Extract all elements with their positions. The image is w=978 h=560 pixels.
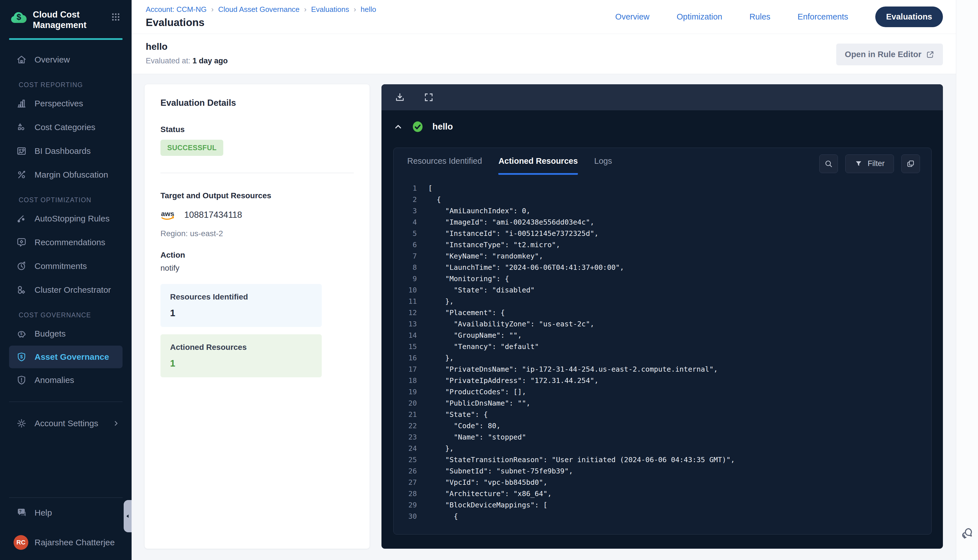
nav-link-evaluations[interactable]: Evaluations	[875, 7, 943, 27]
cloud-account-row: aws 108817434118	[160, 209, 354, 221]
line-content: "PrivateDnsName": "ip-172-31-44-254.us-e…	[428, 364, 718, 375]
sidebar-section-label: COST OPTIMIZATION	[0, 187, 132, 207]
code-line: 21 "State": {	[396, 409, 931, 420]
evaluation-name: hello	[146, 41, 228, 52]
page-header: Account: CCM-NG›Cloud Asset Governance›E…	[132, 0, 956, 34]
content-area: Evaluation Details Status SUCCESSFUL Tar…	[132, 74, 956, 560]
sidebar-item-bi-dashboards[interactable]: BI Dashboards	[0, 139, 132, 163]
viewer-toolbar	[381, 84, 943, 110]
line-number: 21	[396, 409, 417, 420]
sidebar-item-asset-governance[interactable]: $Asset Governance	[9, 346, 122, 368]
line-number: 6	[396, 239, 417, 251]
app-grid-icon[interactable]	[110, 11, 122, 23]
sidebar-item-label: Account Settings	[35, 418, 98, 428]
code-line: 17 "PrivateDnsName": "ip-172-31-44-254.u…	[396, 364, 931, 375]
line-content: "GroupName": "",	[428, 330, 522, 341]
tab-resources-identified[interactable]: Resources Identified	[407, 157, 482, 175]
sidebar-item-commitments[interactable]: Commitments	[0, 254, 132, 278]
help-button[interactable]: ? Help	[0, 500, 132, 519]
code-line: 23 "Name": "stopped"	[396, 432, 931, 443]
sidebar-item-anomalies[interactable]: Anomalies	[0, 368, 132, 392]
breadcrumb-link[interactable]: Account: CCM-NG	[146, 5, 207, 14]
nav-link-optimization[interactable]: Optimization	[677, 12, 722, 22]
sidebar-item-recommendations[interactable]: Recommendations	[0, 230, 132, 254]
download-icon[interactable]	[394, 92, 405, 103]
code-line: 30 {	[396, 511, 931, 522]
sidebar-item-margin-obfuscation[interactable]: Margin Obfuscation	[0, 163, 132, 187]
line-content: },	[428, 352, 454, 364]
chevron-up-icon[interactable]	[393, 122, 403, 132]
sidebar-item-label: Perspectives	[35, 99, 83, 108]
breadcrumb-link[interactable]: hello	[360, 5, 376, 14]
json-code-viewer[interactable]: 1[2 {3 "AmiLaunchIndex": 0,4 "ImageId": …	[394, 175, 931, 534]
tabs: Resources IdentifiedActioned ResourcesLo…	[407, 157, 612, 175]
fullscreen-icon[interactable]	[423, 92, 434, 103]
sidebar-item-label: Overview	[35, 55, 70, 65]
line-number: 8	[396, 262, 417, 273]
sidebar-item-label: Margin Obfuscation	[35, 170, 108, 180]
line-content: {	[428, 194, 441, 205]
code-line: 12 "Placement": {	[396, 307, 931, 318]
user-profile[interactable]: RC Rajarshee Chatterjee	[0, 519, 132, 552]
line-number: 26	[396, 465, 417, 477]
sidebar-item-cluster-orchestrator[interactable]: Cluster Orchestrator	[0, 278, 132, 302]
line-number: 10	[396, 285, 417, 296]
header-left: Account: CCM-NG›Cloud Asset Governance›E…	[146, 5, 376, 28]
feedback-chat-icon[interactable]	[960, 526, 974, 540]
sidebar-item-label: Cluster Orchestrator	[35, 285, 111, 295]
app-title: Cloud Cost Management	[33, 10, 98, 30]
chevron-right-icon	[112, 419, 120, 428]
search-button[interactable]	[819, 155, 838, 173]
tab-logs[interactable]: Logs	[594, 157, 612, 175]
breadcrumb: Account: CCM-NG›Cloud Asset Governance›E…	[146, 5, 376, 14]
stat-value: 1	[170, 308, 312, 318]
nav-link-overview[interactable]: Overview	[615, 12, 649, 22]
open-in-rule-editor-button[interactable]: Open in Rule Editor	[836, 43, 943, 65]
line-number: 23	[396, 432, 417, 443]
line-content: "KeyName": "randomkey",	[428, 251, 543, 262]
result-title: hello	[432, 122, 453, 132]
brand-row: $ Cloud Cost Management	[0, 0, 132, 30]
sidebar-item-account-settings[interactable]: Account Settings	[0, 412, 132, 435]
external-link-icon	[926, 50, 935, 59]
line-content: "PublicDnsName": "",	[428, 398, 530, 409]
filter-button[interactable]: Filter	[845, 155, 894, 173]
sidebar-item-autostopping-rules[interactable]: AutoStopping Rules	[0, 207, 132, 230]
sidebar-collapse-handle[interactable]	[124, 500, 132, 532]
line-number: 17	[396, 364, 417, 375]
sidebar-item-perspectives[interactable]: Perspectives	[0, 92, 132, 115]
hexagons-icon	[16, 284, 27, 295]
central-column: Account: CCM-NG›Cloud Asset Governance›E…	[132, 0, 956, 560]
help-chat-icon: ?	[16, 507, 28, 519]
breadcrumb-link[interactable]: Cloud Asset Governance	[218, 5, 300, 14]
nav-link-enforcements[interactable]: Enforcements	[798, 12, 848, 22]
breadcrumb-link[interactable]: Evaluations	[311, 5, 349, 14]
line-content: "Tenancy": "default"	[428, 341, 539, 352]
sidebar-item-label: Recommendations	[35, 238, 105, 247]
code-line: 22 "Code": 80,	[396, 420, 931, 432]
code-line: 20 "PublicDnsName": "",	[396, 398, 931, 409]
nav-link-rules[interactable]: Rules	[749, 12, 770, 22]
autostop-icon	[16, 213, 27, 224]
cloud-cost-logo-icon: $	[10, 10, 28, 24]
sidebar-item-overview[interactable]: Overview	[0, 48, 132, 72]
evaluated-at-label: Evaluated at:	[146, 57, 190, 65]
open-in-rule-editor-label: Open in Rule Editor	[845, 50, 921, 59]
stat-box-actioned-resources: Actioned Resources1	[160, 334, 322, 377]
line-content: "Monitoring": {	[428, 273, 509, 285]
sidebar-item-budgets[interactable]: $Budgets	[0, 322, 132, 346]
sidebar-item-label: Budgets	[35, 329, 66, 338]
copy-button[interactable]	[901, 155, 920, 173]
clock-icon	[16, 260, 27, 272]
stat-value: 1	[170, 358, 312, 369]
line-content: "AmiLaunchIndex": 0,	[428, 205, 530, 217]
tab-actioned-resources[interactable]: Actioned Resources	[498, 157, 577, 175]
sidebar-item-cost-categories[interactable]: Cost Categories	[0, 115, 132, 139]
code-line: 11 },	[396, 296, 931, 307]
line-number: 9	[396, 273, 417, 285]
sidebar: $ Cloud Cost Management OverviewCOST REP…	[0, 0, 132, 560]
gear-icon	[16, 418, 27, 429]
sidebar-divider	[9, 497, 122, 498]
code-line: 26 "SubnetId": "subnet-75fe9b39",	[396, 465, 931, 477]
code-line: 3 "AmiLaunchIndex": 0,	[396, 205, 931, 217]
